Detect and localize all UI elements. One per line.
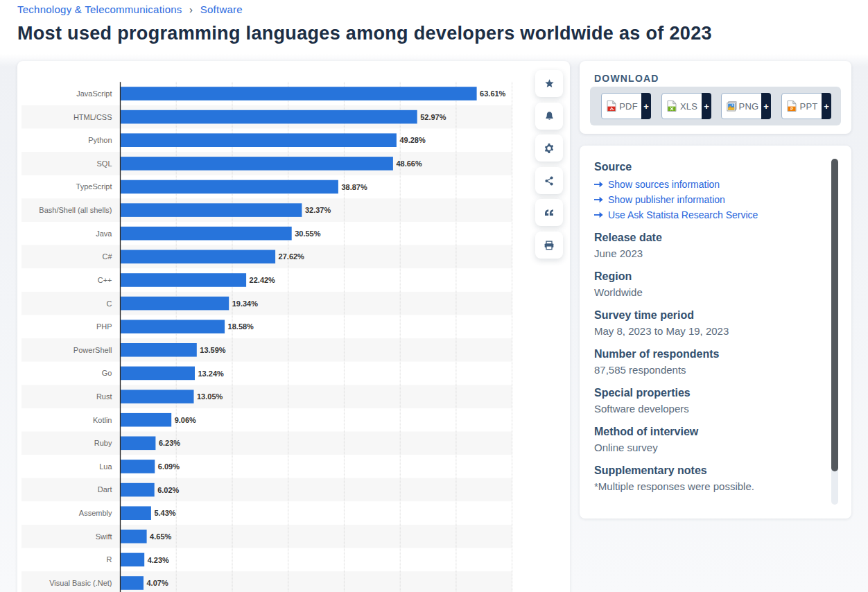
svg-text:Assembly: Assembly: [79, 509, 112, 517]
svg-text:C#: C#: [102, 252, 112, 261]
svg-text:27.62%: 27.62%: [279, 252, 305, 261]
svg-text:TypeScript: TypeScript: [76, 182, 112, 191]
svg-text:48.66%: 48.66%: [396, 159, 422, 168]
svg-text:38.87%: 38.87%: [341, 183, 367, 191]
svg-text:9.06%: 9.06%: [175, 416, 196, 424]
svg-text:C++: C++: [98, 276, 112, 284]
svg-text:5.43%: 5.43%: [154, 509, 175, 517]
svg-text:Lua: Lua: [99, 462, 112, 471]
svg-text:19.34%: 19.34%: [232, 299, 259, 308]
svg-text:32.37%: 32.37%: [305, 206, 331, 214]
svg-text:30.55%: 30.55%: [295, 229, 321, 238]
svg-text:13.24%: 13.24%: [198, 369, 225, 378]
svg-text:4.65%: 4.65%: [150, 532, 171, 541]
svg-text:Bash/Shell (all shells): Bash/Shell (all shells): [39, 206, 112, 214]
svg-text:52.97%: 52.97%: [420, 113, 446, 121]
svg-text:PowerShell: PowerShell: [73, 346, 112, 354]
svg-text:Dart: Dart: [98, 485, 112, 494]
svg-text:4.07%: 4.07%: [147, 579, 168, 587]
svg-text:18.58%: 18.58%: [228, 322, 254, 331]
svg-text:22.42%: 22.42%: [250, 276, 276, 284]
svg-text:Java: Java: [96, 229, 112, 238]
svg-text:Visual Basic (.Net): Visual Basic (.Net): [49, 579, 112, 587]
svg-text:Python: Python: [88, 136, 112, 144]
svg-text:49.28%: 49.28%: [399, 136, 426, 144]
svg-text:JavaScript: JavaScript: [76, 89, 112, 98]
svg-text:13.59%: 13.59%: [200, 346, 226, 354]
svg-text:PHP: PHP: [96, 322, 112, 331]
svg-text:P: P: [790, 107, 793, 111]
svg-text:13.05%: 13.05%: [197, 392, 223, 401]
svg-text:6.02%: 6.02%: [157, 486, 179, 494]
svg-text:HTML/CSS: HTML/CSS: [73, 113, 112, 121]
svg-text:C: C: [107, 299, 112, 308]
svg-text:Go: Go: [102, 369, 112, 377]
svg-text:R: R: [107, 555, 112, 564]
svg-text:Kotlin: Kotlin: [93, 416, 112, 424]
svg-text:4.23%: 4.23%: [148, 556, 169, 564]
svg-text:Swift: Swift: [96, 532, 112, 541]
svg-text:6.09%: 6.09%: [158, 462, 180, 471]
svg-text:Ruby: Ruby: [94, 439, 112, 447]
svg-text:SQL: SQL: [96, 159, 112, 168]
svg-text:Rust: Rust: [96, 392, 112, 401]
svg-text:63.61%: 63.61%: [480, 89, 506, 98]
svg-text:6.23%: 6.23%: [159, 439, 180, 447]
